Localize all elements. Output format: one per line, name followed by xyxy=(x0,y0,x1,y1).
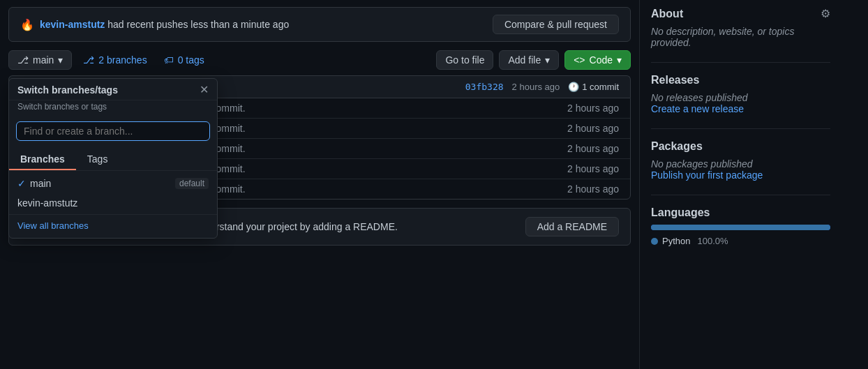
sidebar-packages-section: Packages No packages published Publish y… xyxy=(651,140,830,181)
sidebar-about-header: About ⚙ xyxy=(651,7,830,20)
sidebar-divider-3 xyxy=(651,195,830,195)
push-banner-text: 🔥 kevin-amstutz had recent pushes less t… xyxy=(20,18,289,31)
branches-icon: ⎇ xyxy=(83,54,94,66)
sidebar-languages-header: Languages xyxy=(651,206,830,219)
tab-tags[interactable]: Tags xyxy=(76,149,119,170)
chevron-down-icon-code: ▾ xyxy=(617,54,622,66)
commit-hash[interactable]: 03fb328 xyxy=(465,82,504,92)
python-pct: 100.0% xyxy=(697,236,728,246)
sidebar-divider-1 xyxy=(651,62,830,63)
code-label: Code xyxy=(590,54,613,66)
chevron-down-icon: ▾ xyxy=(58,54,63,66)
branch-list: ✓ main default kevin-amstutz View all br… xyxy=(9,171,217,238)
sidebar-about-title: About xyxy=(651,8,683,20)
sidebar-packages-text: No packages published xyxy=(651,158,830,170)
commit-count: 1 commit xyxy=(582,82,619,92)
sidebar-languages-title: Languages xyxy=(651,206,710,219)
dropdown-close-button[interactable]: ✕ xyxy=(200,84,209,96)
add-file-label: Add file xyxy=(508,54,541,66)
sidebar: About ⚙ No description, website, or topi… xyxy=(639,0,841,369)
sidebar-divider-2 xyxy=(651,128,830,129)
tag-icon: 🏷 xyxy=(164,54,174,66)
sidebar-about-text: No description, website, or topics provi… xyxy=(651,26,830,48)
language-item-python: Python 100.0% xyxy=(651,236,830,246)
tab-branches[interactable]: Branches xyxy=(9,149,76,170)
branch-icon: ⎇ xyxy=(17,54,29,66)
python-language-name: Python xyxy=(662,236,690,246)
file-commit: Initial commit. xyxy=(186,143,560,154)
dropdown-hint: Switch branches or tags xyxy=(9,100,217,116)
push-user-link[interactable]: kevin-amstutz xyxy=(40,19,105,30)
commit-history[interactable]: 🕐 1 commit xyxy=(568,82,619,92)
commit-time: 2 hours ago xyxy=(512,82,560,92)
file-commit: Initial commit. xyxy=(186,103,560,114)
branch-kevin-label: kevin-amstutz xyxy=(17,197,77,209)
toolbar: ⎇ main ▾ ⎇ 2 branches 🏷 0 tags Go to fil… xyxy=(8,50,631,70)
python-bar-fill xyxy=(651,225,830,230)
file-commit: Initial commit. xyxy=(186,123,560,134)
branch-name-label: main xyxy=(33,54,54,66)
add-file-button[interactable]: Add file ▾ xyxy=(499,50,559,70)
sidebar-packages-header: Packages xyxy=(651,140,830,153)
go-to-file-button[interactable]: Go to file xyxy=(436,50,493,70)
sidebar-releases-header: Releases xyxy=(651,74,830,86)
file-commit: Initial commit. xyxy=(186,163,560,174)
sidebar-packages-title: Packages xyxy=(651,140,703,153)
tags-count-button[interactable]: 🏷 0 tags xyxy=(158,51,210,69)
sidebar-releases-section: Releases No releases published Create a … xyxy=(651,74,830,114)
push-message: had recent pushes less than a minute ago xyxy=(107,19,289,30)
branch-tag-dropdown: Switch branches/tags ✕ Switch branches o… xyxy=(8,78,218,239)
branch-item-main[interactable]: ✓ main default xyxy=(9,174,217,193)
publish-package-link[interactable]: Publish your first package xyxy=(651,170,763,181)
sidebar-about-section: About ⚙ No description, website, or topi… xyxy=(651,7,830,48)
push-user: kevin-amstutz had recent pushes less tha… xyxy=(40,19,289,30)
sidebar-gear-button[interactable]: ⚙ xyxy=(821,7,830,20)
dropdown-title: Switch branches/tags xyxy=(17,84,118,96)
file-time: 2 hours ago xyxy=(567,143,619,154)
file-time: 2 hours ago xyxy=(567,183,619,195)
branch-item-kevin[interactable]: kevin-amstutz xyxy=(9,193,217,213)
sidebar-releases-title: Releases xyxy=(651,74,699,86)
branch-list-divider xyxy=(9,214,217,215)
tags-count-label: 0 tags xyxy=(178,54,204,66)
sidebar-languages-section: Languages Python 100.0% xyxy=(651,206,830,246)
branches-count-button[interactable]: ⎇ 2 branches xyxy=(77,51,152,69)
add-readme-button[interactable]: Add a README xyxy=(525,217,619,236)
code-icon: <> xyxy=(574,54,585,66)
create-release-link[interactable]: Create a new release xyxy=(651,103,744,114)
code-button[interactable]: <> Code ▾ xyxy=(564,50,631,70)
file-time: 2 hours ago xyxy=(567,123,619,134)
file-time: 2 hours ago xyxy=(567,163,619,174)
history-icon: 🕐 xyxy=(568,82,579,92)
compare-pull-request-button[interactable]: Compare & pull request xyxy=(493,15,619,34)
branches-count-label: 2 branches xyxy=(98,54,147,66)
branch-selector-button[interactable]: ⎇ main ▾ xyxy=(8,50,72,70)
chevron-down-icon-add: ▾ xyxy=(545,54,550,66)
sidebar-releases-text: No releases published xyxy=(651,92,830,103)
file-commit: Initial commit. xyxy=(186,183,560,195)
file-time: 2 hours ago xyxy=(567,103,619,114)
branch-search-input[interactable] xyxy=(16,121,210,141)
branch-main-label: main xyxy=(30,178,51,189)
view-all-branches-link[interactable]: View all branches xyxy=(9,216,217,235)
dropdown-tabs: Branches Tags xyxy=(9,149,217,171)
check-icon: ✓ xyxy=(17,178,26,189)
push-banner: 🔥 kevin-amstutz had recent pushes less t… xyxy=(8,7,631,42)
language-bar xyxy=(651,225,830,230)
dropdown-header: Switch branches/tags ✕ xyxy=(9,79,217,100)
repo-icon: 🔥 xyxy=(20,18,34,31)
python-dot xyxy=(651,238,658,245)
default-badge: default xyxy=(175,178,209,189)
